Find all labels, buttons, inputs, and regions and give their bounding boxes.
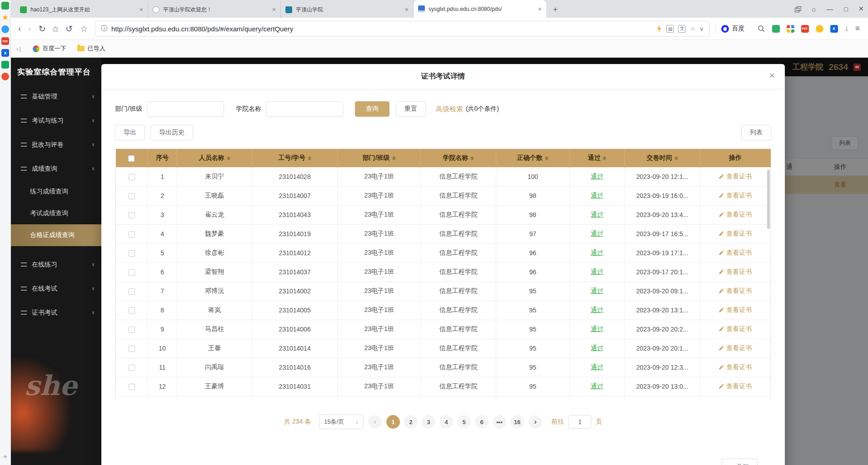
row-checkbox[interactable]: [129, 346, 135, 352]
hao123-icon[interactable]: [1, 2, 9, 10]
dialog-close-button[interactable]: × 关闭: [721, 459, 758, 465]
sidebar-item-exam-practice[interactable]: 考试与练习 ∨: [11, 109, 101, 133]
favorite-button[interactable]: ☆: [80, 24, 88, 34]
close-window-button[interactable]: ×: [858, 4, 863, 14]
dialog-close-icon[interactable]: ×: [769, 70, 775, 80]
row-checkbox[interactable]: [129, 326, 135, 333]
xunlei-extension-icon[interactable]: X: [830, 25, 838, 33]
reader-mode-icon[interactable]: ▤: [666, 25, 674, 33]
pass-status-link[interactable]: 通过: [591, 192, 604, 199]
sort-icon[interactable]: [227, 154, 230, 162]
pass-status-link[interactable]: 通过: [591, 306, 604, 313]
sidebar-item-basic-management[interactable]: 基础管理 ∨: [11, 84, 101, 109]
row-checkbox[interactable]: [129, 269, 135, 276]
forward-button[interactable]: ›: [28, 24, 31, 34]
extensions-puzzle-icon[interactable]: [772, 25, 780, 33]
window-home-icon[interactable]: ⌂: [812, 5, 816, 13]
url-input[interactable]: ⓘ http://sysglxt.pdsu.edu.cn:8080/pds/#/…: [95, 21, 710, 37]
tab-close-icon[interactable]: ×: [538, 5, 542, 13]
night-mode-icon[interactable]: [816, 25, 823, 33]
pass-status-link[interactable]: 通过: [591, 382, 604, 390]
undo-button[interactable]: ↺: [65, 24, 73, 34]
list-view-button[interactable]: 列表: [741, 125, 771, 140]
row-checkbox[interactable]: [129, 384, 135, 390]
pass-status-link[interactable]: 通过: [591, 268, 604, 275]
search-engine-chip[interactable]: 百度: [715, 23, 751, 34]
maximize-button[interactable]: □: [844, 5, 848, 13]
bookmark-imported-folder[interactable]: 已导入: [77, 45, 105, 53]
sidebar-item-online-practice[interactable]: 在线练习 ∨: [11, 252, 101, 277]
page-button[interactable]: •••: [493, 415, 506, 429]
refresh-button[interactable]: ↻: [39, 24, 46, 34]
apps-grid-icon[interactable]: [787, 25, 794, 33]
sort-icon[interactable]: [308, 154, 311, 162]
back-button[interactable]: ‹: [18, 24, 21, 34]
site-info-icon[interactable]: ⓘ: [101, 25, 107, 33]
college-name-input[interactable]: [266, 101, 343, 117]
page-button[interactable]: 1: [386, 415, 400, 429]
translate-icon[interactable]: 文: [678, 25, 686, 33]
row-checkbox[interactable]: [129, 365, 135, 371]
advanced-search-link[interactable]: 高级检索: [436, 105, 463, 114]
download-icon[interactable]: ↓: [845, 25, 849, 33]
view-certificate-link[interactable]: 查看证书: [718, 230, 752, 238]
view-certificate-link[interactable]: 查看证书: [718, 173, 752, 181]
pass-status-link[interactable]: 通过: [591, 287, 604, 294]
sort-icon[interactable]: [674, 154, 678, 162]
view-certificate-link[interactable]: 查看证书: [718, 306, 752, 314]
view-certificate-link[interactable]: 查看证书: [718, 382, 752, 391]
xunlei-app-icon[interactable]: X: [1, 49, 9, 57]
page-button[interactable]: 16: [510, 415, 524, 429]
row-checkbox[interactable]: [129, 288, 135, 295]
prev-page-button[interactable]: ‹: [368, 415, 382, 429]
browser-app-icon[interactable]: [1, 73, 9, 80]
tab-close-icon[interactable]: ×: [272, 6, 276, 13]
export-history-button[interactable]: 导出历史: [150, 125, 193, 140]
reset-button[interactable]: 重置: [396, 101, 426, 117]
row-checkbox[interactable]: [129, 174, 135, 180]
sidebar-item-cert-score-query[interactable]: 合格证成绩查询: [11, 224, 101, 246]
sidebar-item-practice-score-query[interactable]: 练习成绩查询: [11, 181, 101, 203]
page-button[interactable]: 5: [457, 415, 471, 429]
favorites-star-icon[interactable]: ★: [1, 14, 9, 21]
view-certificate-link[interactable]: 查看证书: [718, 344, 752, 352]
pass-status-link[interactable]: 通过: [591, 173, 604, 180]
pdf-extension-icon[interactable]: PDF: [801, 25, 809, 33]
row-checkbox[interactable]: [129, 250, 135, 257]
view-certificate-link[interactable]: 查看证书: [718, 363, 752, 371]
minimize-button[interactable]: —: [827, 5, 833, 13]
bookmark-baidu[interactable]: 百度一下: [33, 45, 66, 53]
pass-status-link[interactable]: 通过: [591, 363, 604, 371]
search-icon[interactable]: [758, 25, 765, 33]
tab-close-icon[interactable]: ×: [140, 6, 143, 13]
query-button[interactable]: 查询: [355, 101, 389, 117]
sidebar-item-exam-score-query[interactable]: 考试成绩查询: [11, 203, 101, 224]
cloud-app-icon[interactable]: [1, 25, 9, 33]
tab-close-icon[interactable]: ×: [405, 6, 409, 13]
sidebar-item-grading[interactable]: 批改与评卷 ∨: [11, 133, 101, 157]
page-button[interactable]: 3: [422, 415, 435, 429]
pass-status-link[interactable]: 通过: [591, 249, 604, 256]
view-certificate-link[interactable]: 查看证书: [718, 192, 752, 200]
browser-tab-hao123[interactable]: hao123_上网从这里开始 ×: [15, 1, 148, 18]
menu-icon[interactable]: ≡: [855, 25, 860, 33]
next-page-button[interactable]: ›: [529, 415, 542, 429]
home-button[interactable]: ⌂: [53, 24, 58, 34]
page-button[interactable]: 4: [439, 415, 453, 429]
sidebar-item-online-exam[interactable]: 在线考试 ∨: [11, 277, 101, 301]
row-checkbox[interactable]: [129, 212, 135, 218]
collapse-bookmarks-icon[interactable]: ‹|: [16, 45, 22, 52]
pdf-app-icon[interactable]: PDF: [1, 37, 9, 45]
row-checkbox[interactable]: [129, 231, 135, 237]
table-scrollbar[interactable]: [767, 170, 770, 229]
page-button[interactable]: 2: [404, 415, 418, 429]
view-certificate-link[interactable]: 查看证书: [718, 325, 752, 333]
row-checkbox[interactable]: [129, 193, 135, 199]
browser-tab-pdsu[interactable]: 平顶山学院 ×: [281, 1, 414, 18]
pass-status-link[interactable]: 通过: [591, 230, 604, 237]
view-certificate-link[interactable]: 查看证书: [718, 211, 752, 219]
sidebar-item-cert-exam[interactable]: 证书考试 ∨: [11, 301, 101, 325]
bookmark-star-icon[interactable]: ☆: [690, 25, 695, 32]
goto-page-input[interactable]: [569, 415, 591, 429]
sort-icon[interactable]: [603, 154, 606, 162]
